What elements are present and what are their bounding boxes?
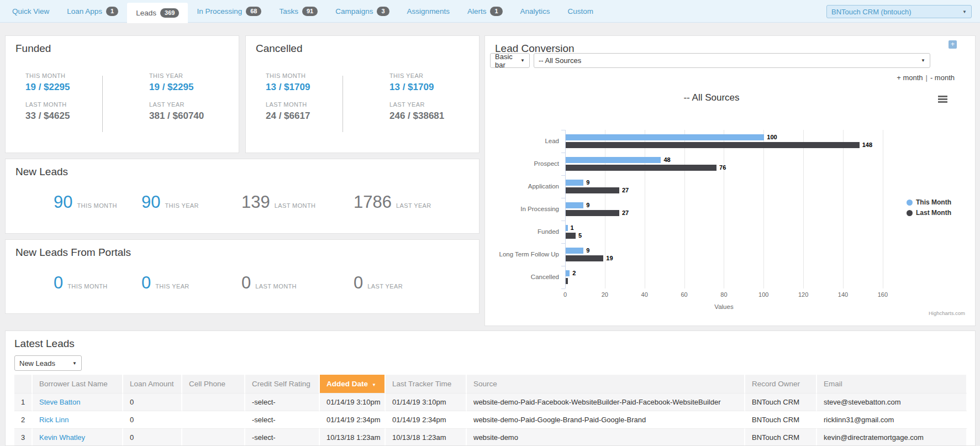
cell-tracker_time: 10/13/18 1:23am [386,428,467,446]
cell-record_owner: BNTouch CRM [745,393,817,411]
legend-item[interactable]: Last Month [907,209,951,217]
cell-email: ricklinn31@gmail.com [817,411,967,428]
tab-analytics[interactable]: Analytics [512,0,559,23]
tab-custom[interactable]: Custom [559,0,603,23]
big-stat-value: 139 [241,192,270,212]
tab-assignments[interactable]: Assignments [398,0,459,23]
column-header-loan_amount[interactable]: Loan Amount [123,375,182,393]
big-stat-label: THIS MONTH [77,202,117,209]
x-tick-label: 40 [634,291,656,298]
chart-bar[interactable] [566,202,583,208]
chart-bar[interactable] [566,255,603,261]
column-header-num[interactable] [14,375,33,393]
panel-title: New Leads [15,166,68,178]
category-label: Application [487,183,559,190]
table-row[interactable]: 3Kevin Whatley0-select-10/13/18 1:23am10… [14,428,967,446]
stat-column: THIS MONTH13 / $1709LAST MONTH24 / $6617 [266,72,310,130]
stat: LAST MONTH24 / $6617 [266,101,310,122]
lead-name-link[interactable]: Kevin Whatley [39,433,85,442]
column-header-name[interactable]: Borrower Last Name [33,375,123,393]
highcharts-credit[interactable]: Highcharts.com [929,310,965,316]
cancelled-panel: Cancelled THIS MONTH13 / $1709LAST MONTH… [245,35,480,153]
stat-column: THIS MONTH19 / $2295LAST MONTH33 / $4625 [25,72,70,130]
bar-value-label: 9 [586,247,589,254]
cell-loan_amount: 0 [123,393,182,411]
legend-item[interactable]: This Month [907,198,951,206]
column-header-added_date[interactable]: Added Date▼ [320,375,386,393]
stat: LAST YEAR246 / $38681 [389,101,444,122]
cell-cell_phone [182,428,245,446]
big-stat-label: THIS YEAR [165,202,198,209]
chart-bar[interactable] [566,142,860,148]
chart-bar[interactable] [566,225,568,231]
tab-alerts[interactable]: Alerts1 [459,0,512,23]
big-stat: 90THIS MONTH [54,192,141,212]
chart-bar[interactable] [566,157,661,163]
chart-bar[interactable] [566,134,764,140]
stat-value: 19 / $2295 [149,82,204,93]
tab-tasks[interactable]: Tasks91 [270,0,326,23]
column-header-label: Last Tracker Time [392,380,451,388]
category-label: Funded [487,228,559,235]
bar-value-label: 27 [622,209,629,216]
tab-in-processing[interactable]: In Processing68 [188,0,270,23]
lead-name-link[interactable]: Rick Linn [39,416,69,424]
axis-tick [561,266,565,266]
chart-bar[interactable] [566,180,583,186]
stat-label: LAST YEAR [389,101,444,108]
x-tick-label: 100 [752,291,774,298]
chart-bar[interactable] [566,278,568,284]
chevron-down-icon: ▼ [962,9,967,14]
big-stat-label: THIS MONTH [67,283,107,290]
column-header-record_owner[interactable]: Record Owner [745,375,817,393]
chart-bar[interactable] [566,233,576,239]
stat-column: THIS YEAR13 / $1709LAST YEAR246 / $38681 [389,72,444,130]
tab-leads[interactable]: Leads369 [127,3,188,23]
leads-filter-select[interactable]: New Leads ▼ [14,355,82,371]
big-stat: 0LAST YEAR [354,273,403,293]
cell-loan_amount: 0 [123,428,182,446]
column-header-cell_phone[interactable]: Cell Phone [182,375,245,393]
stat-value: 13 / $1709 [266,82,310,93]
column-header-credit_rating[interactable]: Credit Self Rating [245,375,320,393]
lead-name-link[interactable]: Steve Batton [39,398,80,406]
tab-label: Campaigns [335,7,373,15]
category-label: In Processing [487,206,559,212]
x-tick-label: 80 [713,291,735,298]
stats-divider [343,76,343,132]
x-tick-label: 60 [673,291,696,298]
legend-label: Last Month [916,209,951,217]
stat-label: LAST MONTH [266,101,310,108]
tab-campaigns[interactable]: Campaigns3 [326,0,398,23]
x-tick-label: 0 [554,291,576,298]
column-header-label: Source [473,380,497,388]
column-header-source[interactable]: Source [467,375,745,393]
tab-loan-apps[interactable]: Loan Apps1 [58,0,127,23]
tab-label: Assignments [407,7,450,15]
bar-value-label: 5 [578,232,582,239]
stat: THIS MONTH13 / $1709 [266,72,310,93]
chart-bar[interactable] [566,270,570,276]
legend-marker [907,210,913,216]
chart-bar[interactable] [566,165,716,171]
stat-value: 24 / $6617 [266,111,310,122]
chart-bar[interactable] [566,187,619,193]
top-nav: Quick ViewLoan Apps1Leads369In Processin… [0,0,980,23]
cell-credit_rating: -select- [245,428,320,446]
x-tick-label: 120 [792,291,814,298]
chart-bar[interactable] [566,248,583,254]
table-row[interactable]: 2Rick Linn0-select-01/14/19 2:34pm01/14/… [14,411,967,428]
column-header-label: Cell Phone [189,380,225,388]
column-header-tracker_time[interactable]: Last Tracker Time [386,375,467,393]
chart-bar[interactable] [566,210,619,216]
tab-label: Tasks [279,7,298,15]
panel-title: New Leads From Portals [15,246,131,259]
chart-gridline [803,130,804,288]
column-header-email[interactable]: Email [817,375,967,393]
account-select[interactable]: BNTouch CRM (bntouch) ▼ [826,5,972,18]
cell-num: 3 [14,428,33,446]
tab-quick-view[interactable]: Quick View [3,0,58,23]
legend-label: This Month [916,198,951,206]
table-row[interactable]: 1Steve Batton0-select-01/14/19 3:10pm01/… [14,393,967,411]
cell-record_owner: BNTouch CRM [745,411,817,428]
